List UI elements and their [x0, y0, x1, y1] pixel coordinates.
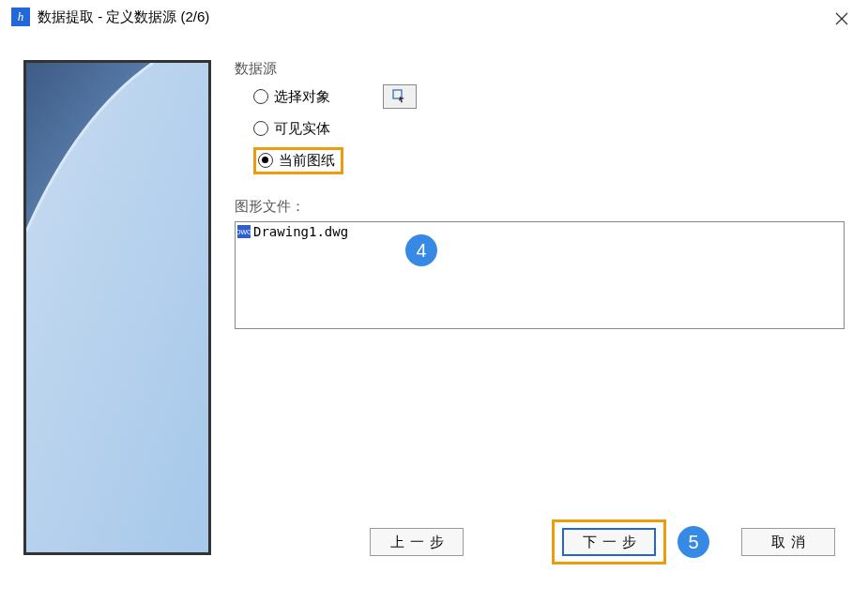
prev-button[interactable]: 上一步: [370, 528, 464, 556]
radio-select-objects-label: 选择对象: [274, 88, 330, 106]
radio-visible-entities[interactable]: [253, 121, 268, 136]
drawing-files-label: 图形文件：: [235, 198, 845, 216]
app-icon: h: [11, 8, 30, 26]
drawing-files-list[interactable]: DWG Drawing1.dwg: [235, 221, 845, 329]
pick-objects-button[interactable]: [383, 84, 417, 109]
radio-visible-entities-label: 可见实体: [274, 120, 330, 138]
annotation-4: 4: [405, 234, 437, 266]
radio-current-drawing-highlight: 当前图纸: [253, 147, 343, 174]
buttons-row: 上一步 下一步 5 取消: [370, 519, 835, 564]
radio-group: 选择对象 可见实体 当前图纸: [235, 83, 845, 179]
close-icon: [835, 12, 848, 25]
next-button-highlight: 下一步: [552, 519, 666, 564]
page-preview-image: [26, 63, 208, 552]
file-name: Drawing1.dwg: [253, 224, 348, 239]
next-button[interactable]: 下一步: [562, 528, 656, 556]
window-title: 数据提取 - 定义数据源 (2/6): [38, 8, 209, 26]
preview-panel: [23, 60, 211, 555]
right-panel: 数据源 选择对象 可见实体 当前图纸: [235, 60, 845, 555]
radio-current-drawing-label: 当前图纸: [279, 152, 335, 170]
titlebar: h 数据提取 - 定义数据源 (2/6): [0, 0, 868, 34]
radio-select-objects[interactable]: [253, 89, 268, 104]
radio-current-drawing[interactable]: [258, 153, 273, 168]
close-button[interactable]: [827, 8, 857, 30]
annotation-5: 5: [678, 526, 709, 558]
cancel-button[interactable]: 取消: [741, 528, 835, 556]
datasource-group-label: 数据源: [235, 60, 845, 78]
pick-cursor-icon: [392, 89, 407, 104]
dialog-content: 数据源 选择对象 可见实体 当前图纸: [0, 34, 868, 564]
list-item[interactable]: DWG Drawing1.dwg: [237, 224, 842, 239]
dwg-file-icon: DWG: [237, 225, 251, 238]
